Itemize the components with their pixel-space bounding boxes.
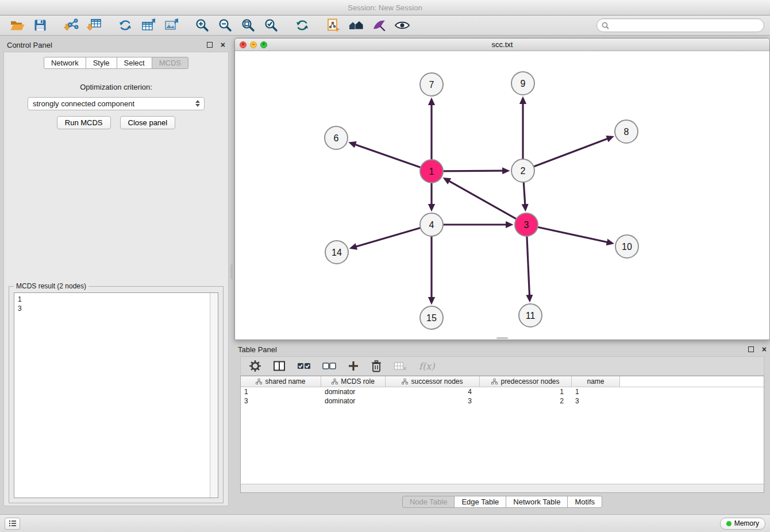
vertical-splitter[interactable] — [230, 36, 233, 514]
unselect-all-icon — [322, 361, 336, 371]
close-table-panel-icon[interactable] — [762, 345, 767, 353]
open-folder-icon — [10, 18, 25, 32]
import-table-icon — [86, 18, 102, 33]
trash-icon — [371, 360, 382, 372]
add-column-button[interactable] — [348, 360, 359, 372]
tab-network[interactable]: Network — [44, 57, 86, 69]
zoom-fit-button[interactable] — [237, 17, 260, 34]
mcds-result-area[interactable]: 1 3 — [14, 292, 218, 498]
show-hide-button[interactable] — [391, 17, 414, 34]
window-close-icon[interactable] — [240, 41, 247, 48]
import-network-button[interactable] — [60, 17, 83, 34]
zoom-out-button[interactable] — [214, 17, 237, 34]
graph-node-label: 15 — [426, 313, 437, 323]
zoom-selected-button[interactable] — [260, 17, 283, 34]
open-session-button[interactable] — [6, 17, 29, 34]
table-panel-title: Table Panel — [238, 345, 277, 354]
tab-motifs[interactable]: Motifs — [567, 496, 602, 508]
zoom-in-button[interactable] — [191, 17, 214, 34]
graph-node-label: 10 — [622, 242, 632, 252]
column-header-successor-nodes[interactable]: successor nodes — [386, 376, 480, 387]
cell-shared-name: 1 — [241, 388, 321, 396]
network-canvas[interactable]: 7968124314101511 — [235, 51, 769, 340]
canvas-resize-handle[interactable] — [496, 337, 508, 339]
tab-style[interactable]: Style — [86, 57, 117, 69]
table-panel-header: Table Panel — [234, 342, 770, 356]
close-panel-button[interactable]: Close panel — [120, 116, 176, 129]
table-row[interactable]: 3 dominator 3 2 3 — [241, 396, 764, 406]
splitter-handle[interactable] — [230, 264, 233, 279]
graph-edge-2-3[interactable] — [523, 182, 525, 205]
optimization-criterion-label: Optimization criterion: — [80, 83, 152, 91]
search-icon — [602, 22, 609, 29]
float-panel-icon[interactable] — [207, 42, 213, 48]
function-builder-button[interactable]: f(x) — [419, 361, 434, 372]
control-panel: Control Panel Network Style Select MCDS … — [0, 36, 230, 514]
float-table-panel-icon[interactable] — [748, 346, 754, 352]
refresh-layout-button[interactable] — [291, 17, 314, 34]
window-minimize-icon[interactable] — [250, 41, 257, 48]
delete-column-button[interactable] — [371, 360, 382, 372]
control-panel-tabs: Network Style Select MCDS — [44, 57, 188, 69]
network-window: scc.txt 7968124314101511 — [234, 38, 770, 340]
graph-edge-1-6[interactable] — [355, 144, 421, 167]
delete-table-button[interactable] — [394, 361, 407, 371]
import-network-icon — [63, 18, 79, 33]
tab-edge-table[interactable]: Edge Table — [454, 496, 506, 508]
import-table-button[interactable] — [83, 17, 106, 34]
table-settings-button[interactable] — [249, 360, 261, 372]
graph-node-label: 6 — [334, 133, 339, 143]
table-header-row: shared name MCDS role successor nodes — [241, 376, 764, 387]
graph-edge-4-14[interactable] — [356, 228, 421, 247]
search-box[interactable] — [596, 18, 764, 32]
column-header-mcds-role[interactable]: MCDS role — [321, 376, 386, 387]
graph-edge-2-8[interactable] — [534, 138, 608, 167]
result-scrollbar[interactable] — [210, 293, 218, 498]
cell-mcds-role: dominator — [321, 397, 386, 405]
tab-mcds[interactable]: MCDS — [152, 57, 188, 69]
control-panel-body: Network Style Select MCDS Optimization c… — [3, 52, 229, 506]
export-image-button[interactable] — [160, 17, 183, 34]
mcds-result-groupbox: MCDS result (2 nodes) 1 3 — [9, 286, 224, 503]
window-zoom-icon[interactable] — [260, 41, 267, 48]
attach-table-button[interactable] — [137, 17, 160, 34]
status-bar: Memory — [0, 514, 770, 532]
apply-style-button[interactable] — [322, 17, 345, 34]
table-horizontal-scrollbar[interactable] — [241, 484, 764, 492]
column-header-shared-name[interactable]: shared name — [241, 376, 321, 387]
network-arrows-icon — [118, 18, 133, 33]
show-all-button[interactable] — [345, 17, 368, 34]
zoom-fit-icon — [241, 18, 256, 33]
memory-button[interactable]: Memory — [720, 518, 765, 530]
graph-edge-1-2[interactable] — [443, 171, 503, 171]
select-all-button[interactable] — [297, 361, 311, 371]
eye-icon — [394, 19, 410, 32]
optimization-criterion-select[interactable]: strongly connected component — [28, 97, 205, 110]
column-header-name[interactable]: name — [572, 376, 620, 387]
task-history-button[interactable] — [5, 518, 20, 530]
run-mcds-button[interactable]: Run MCDS — [57, 116, 111, 129]
unselect-all-button[interactable] — [322, 361, 336, 371]
search-input[interactable] — [609, 21, 764, 30]
table-panel: Table Panel — [234, 342, 770, 510]
network-window-titlebar: scc.txt — [235, 38, 769, 51]
network-window-title: scc.txt — [235, 40, 769, 49]
purple-brush-icon — [372, 18, 387, 32]
close-panel-icon[interactable] — [221, 41, 225, 49]
memory-label: Memory — [734, 519, 759, 527]
new-network-button[interactable] — [114, 17, 137, 34]
tab-select[interactable]: Select — [117, 57, 152, 69]
table-row[interactable]: 1 dominator 4 1 1 — [241, 387, 764, 396]
split-column-button[interactable] — [273, 360, 286, 372]
graph-node-label: 1 — [429, 167, 434, 176]
save-session-button[interactable] — [29, 17, 52, 34]
annotations-button[interactable] — [368, 17, 391, 34]
tab-node-table[interactable]: Node Table — [402, 496, 455, 508]
graph-edge-3-1[interactable] — [449, 181, 517, 219]
network-graph[interactable]: 7968124314101511 — [235, 51, 769, 340]
graph-edge-3-11[interactable] — [527, 236, 530, 296]
graph-edge-3-10[interactable] — [538, 227, 608, 242]
zoom-selected-icon — [264, 18, 279, 33]
column-header-predecessor-nodes[interactable]: predecessor nodes — [480, 376, 572, 387]
tab-network-table[interactable]: Network Table — [506, 496, 568, 508]
